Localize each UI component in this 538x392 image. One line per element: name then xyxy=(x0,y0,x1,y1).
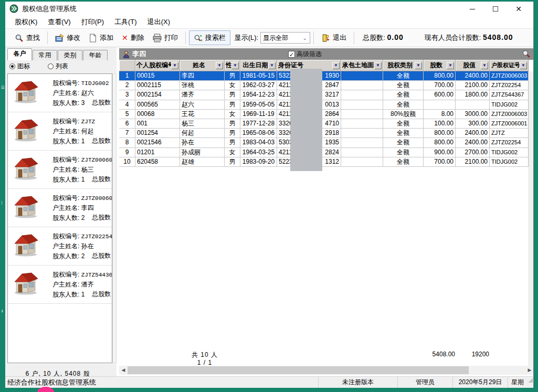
table-row[interactable]: 8 0021546 孙在 男 1983-04-03 53033 1935 全额 … xyxy=(119,138,529,147)
id-right-part: 1935 xyxy=(325,138,339,147)
column-header-num[interactable] xyxy=(119,60,135,71)
cell-equity-type: 全额 xyxy=(383,148,424,157)
total-shares-stat: 总股数: 0.00 xyxy=(363,33,404,43)
exit-icon xyxy=(321,34,330,43)
exit-button[interactable]: 退出 xyxy=(317,31,351,45)
column-header-gender[interactable]: 性别▼ xyxy=(225,60,240,71)
household-count: 3 xyxy=(81,99,85,107)
filter-dropdown-icon[interactable]: ▼ xyxy=(415,62,422,69)
column-header-type[interactable]: 股权类别▼ xyxy=(383,60,424,71)
household-list-item[interactable]: 股权编号: TIDJG002 户主姓名: 赵六 股东人数: 3 总股数 xyxy=(8,74,112,112)
filter-dropdown-icon[interactable]: ▼ xyxy=(332,62,340,69)
household-list-item[interactable]: 股权编号: ZJTZ0006003 户主姓名: 李四 股东人数: 2 总股数 xyxy=(8,189,112,227)
search-bar-icon xyxy=(194,34,203,43)
filter-dropdown-icon[interactable]: ▼ xyxy=(268,62,276,69)
advanced-filter-label: 高级筛选 xyxy=(297,50,322,59)
edit-button[interactable]: 修改 xyxy=(51,31,85,45)
column-header-code[interactable]: 个人股权编号↑▼ xyxy=(135,60,180,71)
table-row[interactable]: 5 00068 王花 女 1969-11-19 42112 2864 80%股额… xyxy=(119,110,529,119)
column-header-cert[interactable]: 户股权证号▼ xyxy=(490,60,529,71)
person-icon xyxy=(122,50,130,58)
filter-dropdown-icon[interactable]: ▼ xyxy=(520,62,527,69)
grid-footer-sum-shares: 5408.00 xyxy=(413,351,455,358)
status-version: 未注册版本 xyxy=(319,377,398,388)
filter-dropdown-icon[interactable]: ▼ xyxy=(171,62,178,69)
table-row[interactable]: 4 000565 赵六 男 1959-05-05 42112 0013 全额 T… xyxy=(119,100,529,110)
grid-vscrollbar[interactable] xyxy=(529,71,533,366)
field-label: 股东人数: xyxy=(52,137,79,145)
resize-grip[interactable] xyxy=(529,378,533,383)
column-header-birth[interactable]: 出生日期▼ xyxy=(240,60,277,71)
scrollbar-thumb[interactable] xyxy=(128,366,469,374)
table-row[interactable]: 2 0002115 张桃 女 1962-03-27 42112 2847 全额 … xyxy=(119,81,529,90)
advanced-filter-checkbox[interactable]: ✓ 高级筛选 xyxy=(288,50,322,59)
scroll-left-arrow-icon[interactable]: ◀ xyxy=(119,366,128,374)
app-icon xyxy=(9,4,18,13)
desktop-icon-text-fragment: 礻 xyxy=(1,309,5,314)
column-header-land[interactable]: 承包土地面积▼ xyxy=(341,60,383,71)
house-icon xyxy=(13,272,38,295)
table-row[interactable]: 3 0002154 潘齐 男 1954-12-23 42112 3217 全额 … xyxy=(119,90,529,100)
print-button[interactable]: 打印 xyxy=(149,31,182,45)
filter-dropdown-icon[interactable]: ▼ xyxy=(481,62,488,69)
table-row[interactable]: 10 620458 赵雄 男 1983-09-20 52232 1312 全额 … xyxy=(119,157,529,167)
view-icon-radio[interactable]: 图标 xyxy=(9,62,30,71)
sidebar-summary: 6 户, 10 人, 5408 股 xyxy=(5,369,110,376)
menu-item[interactable]: 退出(X) xyxy=(142,16,175,28)
id-right-part: 3217 xyxy=(325,90,339,99)
display-select[interactable]: 显示全部 ⌄ xyxy=(260,32,310,44)
household-list-item[interactable]: 股权编号: ZJTZ544367 户主姓名: 潘齐 股东人数: 1 总股数 xyxy=(8,266,112,304)
household-list-item[interactable]: 股权编号: ZJTZ 户主姓名: 何起 股东人数: 1 总股数 xyxy=(8,112,112,151)
delete-button[interactable]: ✕ 删除 xyxy=(118,31,149,45)
cell-equity-type: 全额 xyxy=(383,100,424,110)
column-header-name[interactable]: 姓名▼ xyxy=(180,60,225,71)
cell-personal-code: 001 xyxy=(135,119,180,129)
scroll-right-arrow-icon[interactable]: ▶ xyxy=(525,366,533,374)
cell-row-number: 6 xyxy=(119,119,135,129)
cell-row-number: 9 xyxy=(119,148,135,157)
cell-contract-land xyxy=(341,138,383,147)
grid-search-icon[interactable] xyxy=(522,49,531,58)
table-row[interactable]: 7 001254 何起 男 1965-08-06 33262 2918 全额 8… xyxy=(119,129,529,138)
sidebar-tab-类别[interactable]: 类别 xyxy=(58,50,82,60)
cell-name: 孙成丽 xyxy=(180,148,225,157)
current-shares-stat: 现有人员合计股数: 5408.00 xyxy=(425,33,513,43)
filter-dropdown-icon[interactable]: ▼ xyxy=(216,62,223,69)
field-label: 股东人数: xyxy=(52,214,79,221)
sidebar-tab-年龄[interactable]: 年龄 xyxy=(83,50,108,60)
total-shares-label: 总股数: xyxy=(363,34,385,41)
add-button[interactable]: 添加 xyxy=(85,31,118,45)
maximize-button[interactable]: ☐ xyxy=(484,2,507,16)
column-header-shares[interactable]: 股数▼ xyxy=(424,60,456,71)
menu-item[interactable]: 工具(T) xyxy=(109,16,142,28)
column-header-value[interactable]: 股值▼ xyxy=(456,60,490,71)
grid-hscrollbar[interactable]: ◀ ▶ xyxy=(119,366,533,375)
view-list-radio[interactable]: 列表 xyxy=(48,62,68,71)
id-right-part: 2847 xyxy=(325,81,339,90)
filter-dropdown-icon[interactable]: ▼ xyxy=(231,62,239,69)
find-button[interactable]: 查找 xyxy=(10,31,44,45)
table-row[interactable]: 6 001 杨三 男 1977-12-28 33260 4710 全额 100.… xyxy=(119,119,529,129)
table-row[interactable]: 9 01201 孙成丽 女 1964-03-25 42112 2824 全额 9… xyxy=(119,148,529,157)
menu-item[interactable]: 打印(P) xyxy=(76,16,109,28)
household-list-item[interactable]: 股权编号: ZJTZ0006001 户主姓名: 杨三 股东人数: 1 总股数 xyxy=(8,151,112,189)
search-bar-toggle[interactable]: 搜索栏 xyxy=(189,30,230,45)
cell-shares xyxy=(424,100,456,110)
household-list-item[interactable]: 股权编号: ZJTZ02254 户主姓名: 孙在 股东人数: 2 总股数 xyxy=(8,227,112,266)
sidebar-tab-各户[interactable]: 各户 xyxy=(7,48,32,60)
cell-equity-type: 全额 xyxy=(383,138,424,147)
house-icon xyxy=(13,195,38,218)
menu-item[interactable]: 查看(V) xyxy=(43,16,76,28)
field-label: 户主姓名: xyxy=(52,242,79,250)
filter-dropdown-icon[interactable]: ▼ xyxy=(447,62,454,69)
table-row[interactable]: 1 00015 李四 男 1981-05-15 53222 1930 全额 80… xyxy=(119,71,529,81)
menu-item[interactable]: 股权(K) xyxy=(9,16,43,28)
close-button[interactable]: ✕ xyxy=(507,2,530,16)
household-list-vscrollbar[interactable] xyxy=(112,73,117,363)
cell-row-number: 7 xyxy=(119,129,135,138)
cell-gender: 男 xyxy=(225,71,240,81)
filter-dropdown-icon[interactable]: ▼ xyxy=(374,62,382,69)
minimize-button[interactable]: ─ xyxy=(461,2,484,16)
sidebar-tab-常用[interactable]: 常用 xyxy=(33,50,57,60)
total-shares-value: 0.00 xyxy=(387,33,403,41)
